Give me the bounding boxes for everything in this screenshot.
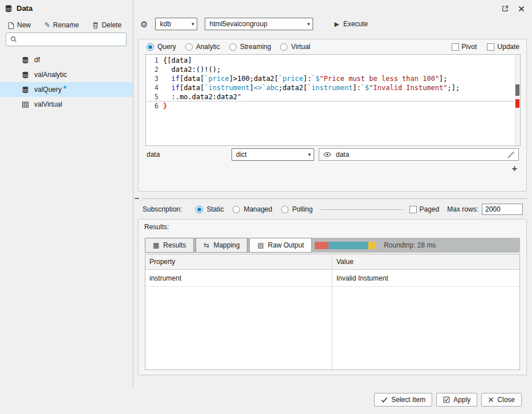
execute-button-label: Execute bbox=[343, 20, 368, 28]
radio-icon bbox=[185, 43, 193, 51]
delete-button[interactable]: Delete bbox=[92, 21, 121, 29]
line-number: 2 bbox=[146, 65, 163, 74]
roundtrip-bar-segment bbox=[328, 242, 368, 249]
mode-radio-streaming[interactable]: Streaming bbox=[229, 43, 271, 51]
radio-icon bbox=[229, 43, 237, 51]
column-divider bbox=[332, 254, 332, 370]
tab-raw-output[interactable]: ▤ Raw Output bbox=[249, 238, 312, 253]
pivot-checkbox[interactable]: Pivot bbox=[452, 43, 477, 51]
settings-gear-icon[interactable]: ⚙ bbox=[140, 20, 148, 29]
table-body: instrument Invalid Instument bbox=[145, 270, 519, 287]
code-text: :.mo.data2:data2" bbox=[163, 92, 241, 101]
code-line[interactable]: 5 :.mo.data2:data2" bbox=[146, 92, 514, 102]
connection-group-select[interactable]: html5evalcongroup ▾ bbox=[205, 18, 313, 30]
horizontal-splitter[interactable] bbox=[133, 196, 527, 201]
table-row[interactable]: instrument Invalid Instument bbox=[145, 270, 519, 287]
chevron-down-icon: ▾ bbox=[192, 21, 194, 27]
code-line[interactable]: 1 {[data] bbox=[146, 56, 514, 65]
value-cell: Invalid Instument bbox=[332, 270, 519, 286]
code-line[interactable]: 6 } bbox=[146, 102, 514, 111]
mode-radio-analytic[interactable]: Analytic bbox=[185, 43, 220, 51]
parameter-type-select[interactable]: dict ▾ bbox=[232, 148, 314, 161]
checkbox-icon bbox=[409, 206, 417, 213]
table-icon bbox=[22, 101, 29, 108]
apply-button[interactable]: Apply bbox=[436, 393, 477, 407]
property-cell: instrument bbox=[145, 270, 332, 286]
tree-item-valanalytic[interactable]: valAnalytic bbox=[0, 67, 133, 82]
tree-item-df[interactable]: df bbox=[0, 52, 133, 67]
max-rows-label: Max rows: bbox=[447, 205, 478, 213]
pivot-label: Pivot bbox=[462, 43, 477, 51]
sidebar: Data New ✎ Rename Delete bbox=[0, 0, 133, 414]
subscription-radio-static[interactable]: Static bbox=[196, 205, 224, 213]
splitter-line bbox=[141, 198, 527, 199]
max-rows-input[interactable] bbox=[482, 204, 523, 215]
delete-button-label: Delete bbox=[101, 21, 121, 29]
new-file-icon bbox=[8, 22, 14, 29]
checkbox-icon bbox=[487, 43, 494, 51]
code-line[interactable]: 4 if[data[`instrument]<>`abc;data2[`inst… bbox=[146, 83, 514, 92]
tree-item-valquery[interactable]: valQuery * bbox=[0, 82, 133, 97]
subscription-radio-managed[interactable]: Managed bbox=[233, 205, 272, 213]
mode-radio-query[interactable]: Query bbox=[147, 43, 176, 51]
column-header-property[interactable]: Property bbox=[145, 254, 332, 269]
tab-mapping[interactable]: ⇆ Mapping bbox=[196, 238, 247, 253]
add-parameter-button[interactable]: + bbox=[512, 164, 517, 173]
close-x-icon bbox=[488, 397, 494, 403]
scrollbar-thumb[interactable] bbox=[515, 84, 519, 96]
data-items-tree: df valAnalytic valQuery * valVirtual bbox=[0, 52, 133, 112]
search-box[interactable] bbox=[6, 33, 127, 46]
edit-pen-icon[interactable] bbox=[507, 151, 514, 158]
subscription-row: Subscription: Static Managed Polling Pag… bbox=[143, 203, 523, 216]
parameter-row: data dict ▾ data bbox=[147, 148, 519, 161]
paged-checkbox[interactable]: Paged bbox=[409, 205, 440, 213]
line-number: 4 bbox=[146, 83, 163, 92]
line-number: 1 bbox=[146, 56, 163, 65]
database-icon bbox=[22, 56, 29, 64]
close-button[interactable]: Close bbox=[481, 393, 522, 407]
splitter-handle-icon[interactable] bbox=[135, 198, 139, 199]
database-icon bbox=[22, 86, 29, 94]
results-tabstrip: ▦ Results ⇆ Mapping ▤ Raw Output Roundtr… bbox=[145, 238, 520, 253]
search-input[interactable] bbox=[21, 35, 122, 43]
execute-button[interactable]: ▶ Execute bbox=[334, 20, 368, 28]
connection-type-select[interactable]: kdb ▾ bbox=[155, 18, 197, 30]
tree-item-label: valVirtual bbox=[34, 100, 62, 108]
line-number: 5 bbox=[146, 92, 163, 101]
code-text: {[data] bbox=[163, 56, 192, 65]
tree-item-valvirtual[interactable]: valVirtual bbox=[0, 97, 133, 112]
subscription-radios: Static Managed Polling bbox=[196, 205, 312, 213]
select-item-label: Select Item bbox=[391, 396, 425, 404]
editor-scrollbar[interactable] bbox=[515, 55, 520, 145]
new-button[interactable]: New bbox=[8, 21, 31, 29]
select-item-button[interactable]: Select Item bbox=[374, 393, 432, 407]
paged-label: Paged bbox=[420, 205, 440, 213]
radio-label: Virtual bbox=[291, 43, 310, 51]
tab-label: Raw Output bbox=[268, 241, 304, 249]
tab-results[interactable]: ▦ Results bbox=[145, 238, 194, 253]
code-editor[interactable]: 1 {[data] 2 data2:()!(); 3 if[data[`pric… bbox=[145, 54, 521, 146]
tab-label: Mapping bbox=[213, 241, 239, 249]
separator-line bbox=[320, 209, 403, 210]
update-label: Update bbox=[497, 43, 519, 51]
data-manager-window: Data New ✎ Rename Delete bbox=[0, 0, 532, 414]
parameter-name: data bbox=[147, 151, 232, 159]
mode-radio-virtual[interactable]: Virtual bbox=[280, 43, 310, 51]
code-line[interactable]: 3 if[data[`price]>100;data2[`price]:`$"P… bbox=[146, 74, 514, 83]
code-line[interactable]: 2 data2:()!(); bbox=[146, 65, 514, 74]
rename-button-label: Rename bbox=[53, 21, 79, 29]
check-icon bbox=[381, 397, 388, 403]
radio-icon bbox=[196, 206, 203, 213]
results-panel: Results: ▦ Results ⇆ Mapping ▤ Raw Outpu… bbox=[138, 219, 527, 375]
rename-button[interactable]: ✎ Rename bbox=[44, 21, 79, 29]
parameter-value-field[interactable]: data bbox=[319, 148, 519, 161]
parameter-value: data bbox=[336, 151, 349, 159]
eye-icon[interactable] bbox=[323, 152, 331, 157]
query-mode-radios: Query Analytic Streaming Virtual bbox=[147, 43, 310, 51]
subscription-radio-polling[interactable]: Polling bbox=[281, 205, 312, 213]
column-header-value[interactable]: Value bbox=[332, 254, 519, 269]
update-checkbox[interactable]: Update bbox=[487, 43, 519, 51]
results-table: Property Value instrument Invalid Instum… bbox=[145, 254, 520, 370]
line-number: 6 bbox=[146, 102, 163, 111]
sidebar-header: Data bbox=[5, 4, 33, 13]
